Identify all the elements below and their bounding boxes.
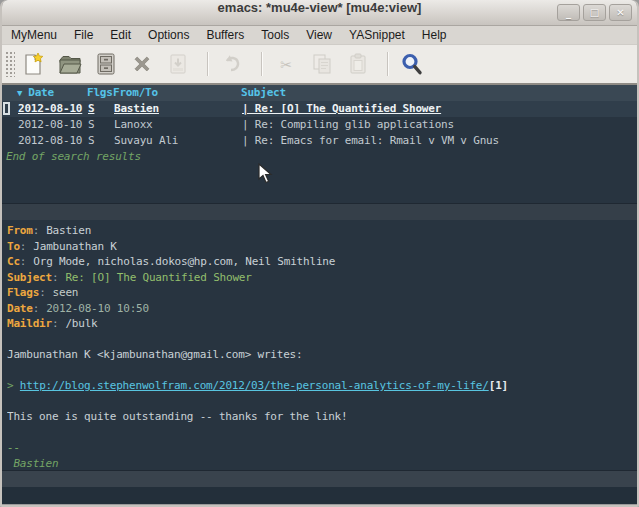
- new-file-button[interactable]: [19, 49, 49, 79]
- toolbar-drag-handle[interactable]: [5, 51, 15, 77]
- menu-bar: MyMenu File Edit Options Buffers Tools V…: [2, 26, 637, 45]
- field-value-to: Jambunathan K: [33, 240, 117, 253]
- end-of-results-label: End of search results: [2, 149, 637, 165]
- echo-area[interactable]: [2, 487, 637, 504]
- link-footnote-ref: [1]: [489, 379, 508, 392]
- title-bar[interactable]: emacs: *mu4e-view* [mu4e:view] _ □ ✕: [2, 0, 637, 26]
- open-folder-icon: [58, 52, 82, 76]
- field-label-from: From: [7, 224, 33, 237]
- menu-item-mymenu[interactable]: MyMenu: [11, 28, 57, 42]
- column-flags[interactable]: Flgs: [87, 85, 113, 101]
- toolbar-separator: [261, 52, 263, 76]
- undo-arrow-icon: [220, 52, 244, 76]
- paste-button[interactable]: [343, 49, 373, 79]
- scissors-icon: ✂: [280, 53, 291, 75]
- file-cabinet-icon: [94, 52, 118, 76]
- field-value-maildir: /bulk: [65, 317, 97, 330]
- copy-button[interactable]: [307, 49, 337, 79]
- toolbar-separator: [387, 52, 389, 76]
- minimize-button[interactable]: _: [557, 4, 580, 21]
- message-row[interactable]: 2012-08-10 S Lanoxx | Re: Compiling glib…: [2, 117, 637, 133]
- maximize-button[interactable]: □: [583, 4, 606, 21]
- menu-item-yasnippet[interactable]: YASnippet: [349, 28, 405, 42]
- toolbar: ✂: [2, 45, 637, 85]
- field-value-subject: Re: [O] The Quantified Shower: [65, 271, 251, 284]
- view-modeline: *mu4e-view* ( 1, 0) [All/372] [mu4e:view…: [2, 470, 637, 487]
- search-button[interactable]: [397, 49, 427, 79]
- row-date: 2012-08-10: [18, 101, 88, 117]
- sort-descending-icon: ▼: [17, 88, 22, 98]
- field-label-cc: Cc: [7, 255, 20, 268]
- save-buffer-button[interactable]: [163, 49, 193, 79]
- headers-column-header: ▼Date Flgs From/To Subject: [2, 85, 637, 101]
- emacs-frame: ▼Date Flgs From/To Subject 2012-08-10 S …: [2, 85, 637, 504]
- save-icon: [166, 52, 190, 76]
- toolbar-separator: [207, 52, 209, 76]
- text-cursor: [3, 102, 10, 115]
- search-magnifier-icon: [400, 52, 424, 76]
- row-subject: | Re: Compiling glib applications: [242, 117, 637, 133]
- mu4e-headers-pane: ▼Date Flgs From/To Subject 2012-08-10 S …: [2, 85, 637, 220]
- body-attribution: Jambunathan K <kjambunathan@gmail.com> w…: [7, 348, 302, 361]
- row-from: Suvayu Ali: [114, 133, 242, 149]
- field-label-flags: Flags: [7, 286, 39, 299]
- dired-directory-button[interactable]: [91, 49, 121, 79]
- row-date: 2012-08-10: [18, 117, 88, 133]
- headers-empty-space: [2, 165, 637, 203]
- column-from[interactable]: From/To: [113, 85, 241, 101]
- mu4e-view-pane: From:Bastien To:Jambunathan K Cc:Org Mod…: [2, 220, 637, 470]
- menu-item-view[interactable]: View: [306, 28, 332, 42]
- signature-name: Bastien: [7, 457, 58, 470]
- close-x-icon: [130, 52, 154, 76]
- menu-item-help[interactable]: Help: [422, 28, 447, 42]
- row-flags: S: [88, 133, 114, 149]
- undo-button[interactable]: [217, 49, 247, 79]
- close-button[interactable]: ✕: [609, 4, 632, 21]
- column-date[interactable]: ▼Date: [17, 85, 87, 101]
- clipboard-icon: [346, 52, 370, 76]
- row-subject: | Re: [O] The Quantified Shower: [242, 101, 637, 117]
- cut-button[interactable]: ✂: [271, 49, 301, 79]
- body-comment: This one is quite outstanding -- thanks …: [7, 410, 347, 423]
- window-title: emacs: *mu4e-view* [mu4e:view]: [2, 0, 637, 15]
- menu-item-buffers[interactable]: Buffers: [206, 28, 244, 42]
- signature-separator: --: [7, 441, 20, 454]
- emacs-window: emacs: *mu4e-view* [mu4e:view] _ □ ✕ MyM…: [0, 0, 639, 507]
- field-value-date: 2012-08-10 10:50: [46, 302, 149, 315]
- column-subject[interactable]: Subject: [241, 85, 637, 101]
- row-from: Lanoxx: [114, 117, 242, 133]
- menu-item-tools[interactable]: Tools: [261, 28, 289, 42]
- field-value-from: Bastien: [46, 224, 91, 237]
- row-date: 2012-08-10: [18, 133, 88, 149]
- row-flags: S: [88, 101, 114, 117]
- field-label-date: Date: [7, 302, 33, 315]
- headers-modeline: *mu4e-headers* ( 1, 0) [All/275] [mu4e-h…: [2, 203, 637, 220]
- new-file-icon: [22, 52, 46, 76]
- row-subject: | Re: Emacs for email: Rmail v VM v Gnus: [242, 133, 637, 149]
- copy-pages-icon: [310, 52, 334, 76]
- body-hyperlink[interactable]: http://blog.stephenwolfram.com/2012/03/t…: [20, 379, 489, 392]
- menu-item-options[interactable]: Options: [148, 28, 189, 42]
- field-label-to: To: [7, 240, 20, 253]
- message-row-selected[interactable]: 2012-08-10 S Bastien | Re: [O] The Quant…: [2, 101, 637, 117]
- open-file-button[interactable]: [55, 49, 85, 79]
- row-from: Bastien: [114, 101, 242, 117]
- field-value-flags: seen: [53, 286, 79, 299]
- menu-item-edit[interactable]: Edit: [110, 28, 131, 42]
- field-value-cc: Org Mode, nicholas.dokos@hp.com, Neil Sm…: [33, 255, 335, 268]
- row-flags: S: [88, 117, 114, 133]
- window-controls: _ □ ✕: [557, 4, 632, 21]
- field-label-subject: Subject: [7, 271, 52, 284]
- quote-prefix: >: [7, 379, 20, 392]
- close-buffer-button[interactable]: [127, 49, 157, 79]
- menu-item-file[interactable]: File: [74, 28, 93, 42]
- message-row[interactable]: 2012-08-10 S Suvayu Ali | Re: Emacs for …: [2, 133, 637, 149]
- field-label-maildir: Maildir: [7, 317, 52, 330]
